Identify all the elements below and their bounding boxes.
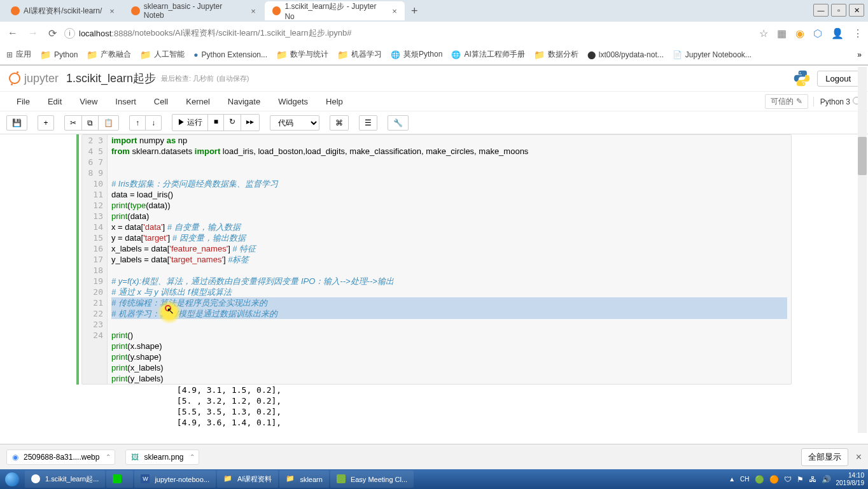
close-window-button[interactable]: ✕: [849, 4, 864, 17]
address-bar[interactable]: i localhost:8888/notebooks/AI课程资料/scikit…: [64, 27, 754, 39]
code-line[interactable]: [111, 265, 787, 276]
code-line[interactable]: print(type(data)): [111, 200, 787, 211]
close-icon[interactable]: ×: [109, 6, 115, 16]
move-up-button[interactable]: ↑: [129, 115, 146, 131]
menu-widgets[interactable]: Widgets: [269, 94, 317, 109]
close-download-bar[interactable]: ×: [856, 451, 862, 463]
kernel-name[interactable]: Python 3: [813, 97, 860, 106]
tools-button[interactable]: 🔧: [388, 115, 409, 131]
tray-icon[interactable]: 🟢: [755, 475, 764, 484]
menu-file[interactable]: File: [8, 94, 39, 109]
menu-icon[interactable]: ⋮: [853, 27, 863, 39]
code-line[interactable]: [111, 167, 787, 178]
restart-button[interactable]: ↻: [223, 114, 241, 131]
bookmark-item[interactable]: 📁人工智能: [140, 49, 185, 60]
scroll-thumb[interactable]: [858, 137, 867, 175]
logout-button[interactable]: Logout: [817, 71, 859, 87]
browser-tab[interactable]: AI课程资料/scikit-learn/×: [3, 1, 122, 20]
code-line[interactable]: from sklearn.datasets import load_iris, …: [111, 146, 787, 157]
run-button[interactable]: ▶ 运行: [172, 114, 208, 131]
tray-icon[interactable]: 🟠: [769, 475, 779, 484]
code-line[interactable]: [111, 157, 787, 167]
bookmark-item[interactable]: 📁数据分析: [534, 49, 578, 60]
taskbar-item[interactable]: 1.scikit_learn起...: [25, 471, 105, 488]
add-cell-button[interactable]: +: [38, 115, 54, 131]
taskbar-item[interactable]: [106, 471, 133, 488]
notebook-title[interactable]: 1.scikit_learn起步: [66, 71, 156, 86]
language-indicator[interactable]: CH: [740, 476, 749, 483]
bookmark-item[interactable]: 🌐AI算法工程师手册: [451, 49, 524, 60]
code-line[interactable]: # 传统编程：算法是程序员完全实现出来的: [111, 297, 787, 308]
ext-icon[interactable]: ⬡: [813, 27, 822, 39]
browser-tab[interactable]: sklearn_basic - Jupyter Noteb×: [123, 1, 263, 20]
trusted-indicator[interactable]: 可信的 ✎: [765, 94, 808, 109]
code-line[interactable]: y_labels = data['target_names'] #标签: [111, 254, 787, 265]
code-line[interactable]: # Iris数据集：分类问题经典数据集、监督学习: [111, 178, 787, 189]
bookmarks-overflow[interactable]: »: [857, 50, 862, 59]
cell-toolbar-button[interactable]: ☰: [359, 115, 377, 131]
taskbar-item[interactable]: Easy Meeting Cl...: [330, 471, 414, 488]
code-line[interactable]: print(): [111, 330, 787, 341]
show-all-downloads[interactable]: 全部显示: [801, 448, 848, 466]
code-line[interactable]: data = load_iris(): [111, 189, 787, 200]
copy-button[interactable]: ⧉: [81, 115, 99, 131]
download-item[interactable]: 🖼sklearn.png⌃: [125, 450, 199, 465]
restart-run-button[interactable]: ▸▸: [241, 114, 260, 131]
jupyter-logo[interactable]: jupyter: [9, 72, 59, 85]
bookmark-item[interactable]: 📁产教融合: [87, 49, 131, 60]
bookmark-item[interactable]: 📁Python: [40, 50, 78, 60]
save-button[interactable]: 💾: [6, 115, 27, 131]
clock[interactable]: 14:10 2019/8/19: [836, 472, 865, 487]
ext-icon[interactable]: ◉: [795, 27, 804, 39]
network-icon[interactable]: 🖧: [809, 475, 816, 484]
notebook-area[interactable]: ↖ 2 3 4 5 6 7 8 9 10 11 12 13 14 15 16 1…: [0, 134, 868, 430]
code-area[interactable]: import numpy as npfrom sklearn.datasets …: [108, 135, 791, 384]
volume-icon[interactable]: 🔊: [822, 475, 831, 484]
bookmark-item[interactable]: 📄Jupyter Notebook...: [673, 50, 752, 59]
download-item[interactable]: ◉2509688-8a31....webp⌃: [6, 450, 115, 465]
menu-insert[interactable]: Insert: [106, 94, 145, 109]
bookmark-item[interactable]: 📁数学与统计: [276, 49, 328, 60]
menu-view[interactable]: View: [71, 94, 106, 109]
taskbar-item[interactable]: Wjupyter-noteboo...: [134, 471, 216, 488]
code-line[interactable]: print(data): [111, 211, 787, 222]
tray-icon[interactable]: ⚑: [797, 475, 804, 484]
code-line[interactable]: # y=f(x):模型、算法，通过函数由自变量得到因变量 IPO：输入-->处理…: [111, 276, 787, 287]
menu-help[interactable]: Help: [317, 94, 352, 109]
reload-button[interactable]: ⟳: [46, 25, 59, 42]
move-down-button[interactable]: ↓: [145, 115, 162, 131]
code-cell[interactable]: 2 3 4 5 6 7 8 9 10 11 12 13 14 15 16 17 …: [81, 134, 792, 385]
bookmark-item[interactable]: ⬤lxt008/pydata-not...: [587, 50, 664, 59]
dino-icon[interactable]: ▦: [777, 27, 787, 39]
close-icon[interactable]: ×: [392, 6, 397, 16]
code-line[interactable]: print(x.shape): [111, 341, 787, 351]
maximize-button[interactable]: ▫: [831, 4, 846, 17]
code-line[interactable]: [111, 319, 787, 330]
cut-button[interactable]: ✂: [64, 115, 82, 131]
code-line[interactable]: x_labels = data['feature_names'] # 特征: [111, 243, 787, 254]
stop-button[interactable]: ■: [207, 114, 224, 131]
bookmark-item[interactable]: 🌐莫烦Python: [391, 49, 442, 60]
tray-arrow-icon[interactable]: ▲: [729, 476, 735, 483]
browser-tab-active[interactable]: 1.scikit_learn起步 - Jupyter No×: [265, 1, 405, 20]
taskbar-item[interactable]: 📁sklearn: [279, 471, 328, 488]
chevron-icon[interactable]: ⌃: [106, 453, 111, 460]
code-line[interactable]: # 机器学习：算法/模型是通过数据训练出来的: [111, 308, 787, 319]
paste-button[interactable]: 📋: [98, 115, 119, 131]
star-icon[interactable]: ☆: [759, 27, 768, 39]
start-button[interactable]: [0, 469, 24, 489]
bookmark-item[interactable]: ⊞应用: [6, 49, 31, 60]
bookmark-item[interactable]: 📁机器学习: [337, 49, 382, 60]
code-line[interactable]: print(y.shape): [111, 351, 787, 362]
code-line[interactable]: y = data['target'] # 因变量，输出数据: [111, 232, 787, 243]
site-info-icon[interactable]: i: [64, 28, 75, 39]
minimize-button[interactable]: —: [813, 4, 829, 17]
code-line[interactable]: # 通过 x 与 y 训练出 f模型或算法: [111, 287, 787, 297]
tray-icon[interactable]: 🛡: [784, 475, 792, 484]
vertical-scrollbar[interactable]: [858, 67, 867, 433]
new-tab-button[interactable]: +: [406, 4, 423, 18]
code-line[interactable]: import numpy as np: [111, 135, 787, 146]
menu-kernel[interactable]: Kernel: [177, 94, 219, 109]
menu-edit[interactable]: Edit: [39, 94, 71, 109]
code-line[interactable]: x = data['data'] # 自变量，输入数据: [111, 222, 787, 232]
